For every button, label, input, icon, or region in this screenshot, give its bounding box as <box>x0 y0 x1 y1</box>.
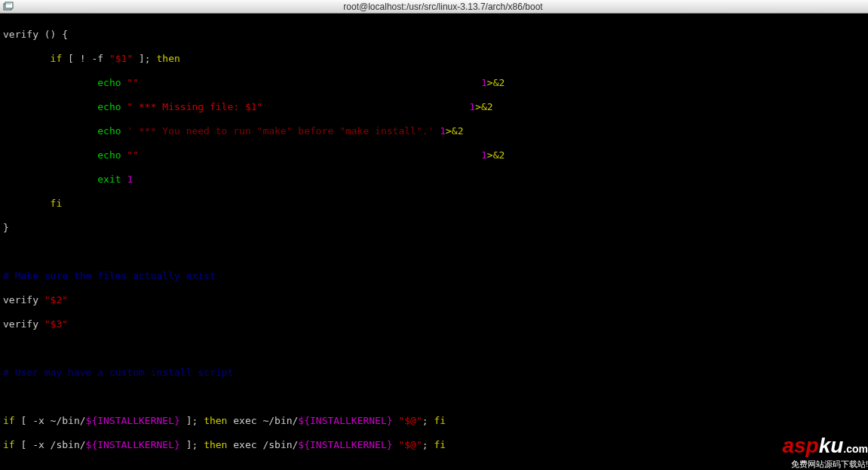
code-line <box>3 463 865 470</box>
code-line: if [ -x /sbin/${INSTALLKERNEL} ]; then e… <box>3 439 865 451</box>
code-line: verify "$2" <box>3 294 865 306</box>
code-line: exit 1 <box>3 174 865 186</box>
code-line <box>3 391 865 403</box>
terminal-content[interactable]: verify () { if [ ! -f "$1" ]; then echo … <box>0 14 868 470</box>
comment-line: # Make sure the files actually exist <box>3 270 865 282</box>
code-line <box>3 246 865 258</box>
app-icon <box>3 2 14 12</box>
code-line: verify () { <box>3 29 865 41</box>
code-line: } <box>3 222 865 234</box>
comment-line: # User may have a custom install script <box>3 367 865 379</box>
code-line: if [ ! -f "$1" ]; then <box>3 53 865 65</box>
svg-rect-1 <box>5 2 13 8</box>
watermark: aspku.com 免费网站源码下载站! <box>782 435 868 470</box>
code-line: echo " *** Missing file: $1" 1>&2 <box>3 101 865 113</box>
code-line: verify "$3" <box>3 318 865 330</box>
watermark-subtitle: 免费网站源码下载站! <box>782 458 868 470</box>
code-line: if [ -x ~/bin/${INSTALLKERNEL} ]; then e… <box>3 415 865 427</box>
code-line: fi <box>3 198 865 210</box>
window-title: root@localhost:/usr/src/linux-3.13.7/arc… <box>18 1 868 13</box>
window-titlebar: root@localhost:/usr/src/linux-3.13.7/arc… <box>0 0 868 14</box>
code-line: echo ' *** You need to run "make" before… <box>3 125 865 137</box>
code-line <box>3 343 865 355</box>
code-line: echo "" 1>&2 <box>3 77 865 89</box>
code-line: echo "" 1>&2 <box>3 149 865 161</box>
watermark-logo: aspku.com <box>782 435 868 456</box>
